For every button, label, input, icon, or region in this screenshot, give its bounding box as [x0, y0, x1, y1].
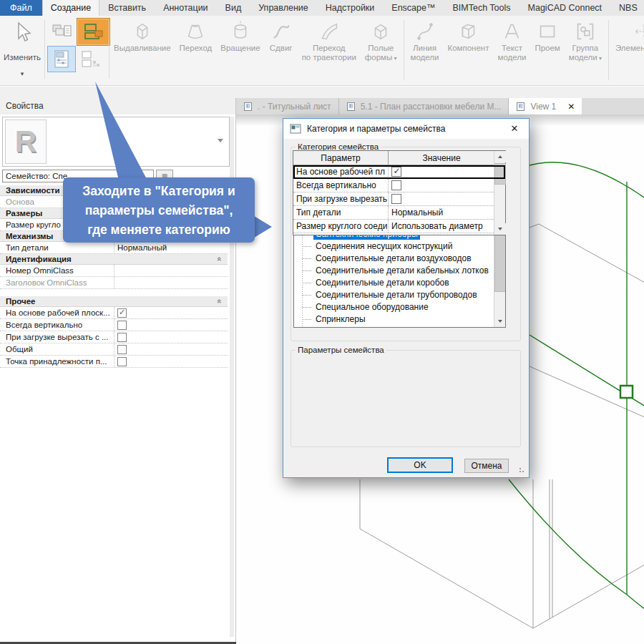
ribbon-tab[interactable]: Надстройки	[317, 0, 384, 16]
parameter-row[interactable]: Тип детали Нормальный	[293, 206, 505, 220]
ribbon-tab[interactable]: Создание	[42, 0, 99, 16]
checkbox[interactable]	[117, 321, 127, 330]
ribbon-tool-button[interactable]: Элемент управ	[611, 17, 644, 53]
ribbon-tab[interactable]: Enscape™	[383, 0, 444, 16]
property-row[interactable]: Заголовок OmniClass «	[0, 277, 228, 289]
ribbon-tab[interactable]: Управление	[250, 0, 317, 16]
category-item[interactable]: Спринклеры	[294, 313, 494, 326]
family-category-button[interactable]	[77, 18, 110, 46]
ribbon-tab[interactable]: MagiCAD Connect	[519, 0, 611, 16]
chevron-down-icon[interactable]: ▾	[0, 70, 44, 77]
resize-grip[interactable]	[519, 467, 526, 474]
collapse-chevron-icon[interactable]: «	[215, 299, 224, 303]
parameter-row[interactable]: На основе рабочей пл	[293, 165, 505, 179]
ribbon-tool-button[interactable]: Компонент	[443, 17, 493, 53]
property-row[interactable]: Номер OmniClass «	[0, 265, 228, 277]
ribbon-tab[interactable]: NBS	[610, 0, 644, 16]
ribbon-tool-button[interactable]: Вращение	[216, 17, 264, 53]
parameter-row[interactable]: Размер круглого соеди Использовать диаме…	[293, 220, 505, 233]
checkbox[interactable]	[391, 180, 401, 190]
ribbon-tool-button[interactable]: Группа модели	[565, 17, 606, 63]
view-tab[interactable]: 5.1 - План расстановки мебели М...	[339, 98, 509, 114]
tool-label-line1: Линия	[413, 44, 436, 53]
property-value[interactable]: Нормальный	[114, 243, 228, 252]
property-row[interactable]: На основе рабочей плоск... «	[0, 307, 228, 319]
family-types-button[interactable]	[47, 19, 76, 44]
category-item[interactable]: Соединительные детали кабельных лотков	[294, 265, 494, 277]
view-tab[interactable]: . - Титульный лист	[236, 98, 339, 114]
checkbox[interactable]	[117, 308, 127, 318]
ribbon-tool-button[interactable]	[404, 20, 404, 80]
tool-icon	[269, 19, 293, 44]
ribbon-tool-button[interactable]	[608, 20, 609, 80]
property-row[interactable]: Точка принадлежности п... «	[0, 356, 228, 368]
ribbon-tool-button[interactable]: Сдвиг	[265, 17, 298, 53]
view-tab[interactable]: View 1 ✕	[509, 98, 582, 114]
ribbon-tab[interactable]: BIMTech Tools	[444, 0, 519, 16]
ribbon-tool-button[interactable]: Проем	[530, 17, 564, 53]
family-category-icon	[83, 22, 104, 42]
scroll-down-arrow[interactable]	[494, 316, 506, 327]
dialog-close-button[interactable]: ✕	[500, 119, 529, 139]
property-row[interactable]: «	[0, 289, 228, 296]
shape-handle[interactable]	[620, 386, 633, 398]
ribbon-tab[interactable]: Вставить	[99, 0, 155, 16]
scroll-up-arrow[interactable]	[494, 151, 506, 162]
property-row[interactable]: Прочее «	[0, 296, 228, 307]
dialog-title-bar[interactable]: Категория и параметры семейства	[283, 119, 529, 139]
ribbon-tool-button[interactable]: Переход	[175, 17, 217, 53]
tree-dash	[302, 295, 311, 296]
property-row[interactable]: При загрузке вырезать с ... «	[0, 331, 228, 343]
tool-icon	[228, 19, 253, 44]
parameters-groupbox: Параметры семейства	[291, 346, 521, 447]
tool-label-line2: формы	[365, 53, 397, 63]
category-label: Соединительные детали коробов	[313, 278, 452, 288]
parameter-value[interactable]	[389, 165, 494, 178]
ribbon-tool-button[interactable]: Переход по траектории	[298, 17, 361, 62]
chevron-down-icon[interactable]	[218, 139, 223, 142]
parameter-row[interactable]: При загрузке вырезать	[293, 192, 505, 206]
parameter-row[interactable]: Всегда вертикально	[293, 179, 505, 192]
ribbon-tool-button[interactable]: Выдавливание	[109, 17, 175, 53]
ribbon-tool-button[interactable]: Полые формы	[361, 17, 401, 63]
family-parameters-table: Параметр Значение На основе рабочей пл В…	[293, 150, 506, 235]
parameter-value[interactable]	[389, 192, 494, 205]
ribbon-tab-label: Надстройки	[326, 3, 375, 13]
ribbon-tab[interactable]: Вид	[217, 0, 250, 16]
ribbon-tab[interactable]: Файл	[0, 0, 42, 16]
checkbox[interactable]	[117, 345, 127, 354]
checkbox[interactable]	[117, 333, 127, 342]
property-row[interactable]: Всегда вертикально «	[0, 319, 228, 331]
property-label: Номер OmniClass	[0, 265, 114, 276]
column-header-value: Значение	[389, 151, 494, 165]
property-row[interactable]: Тип детали Нормальный «	[0, 242, 228, 254]
property-row[interactable]: Идентификация «	[0, 254, 228, 265]
parameter-value[interactable]	[389, 179, 494, 192]
parameter-value[interactable]: Использовать диаметр	[389, 220, 494, 233]
collapse-chevron-icon[interactable]: «	[215, 257, 224, 261]
category-item[interactable]: Телефонные устройства	[294, 326, 494, 327]
category-item[interactable]: Соединения несущих конструкций	[294, 240, 494, 253]
checkbox[interactable]	[391, 167, 401, 177]
family-connectors-button[interactable]	[78, 47, 104, 71]
type-selector[interactable]: R	[2, 117, 230, 167]
family-properties-button[interactable]	[47, 46, 76, 72]
ribbon-tool-button[interactable]: Линия модели	[406, 17, 444, 62]
cancel-button[interactable]: Отмена	[464, 459, 509, 473]
property-row[interactable]: Общий «	[0, 343, 228, 356]
table-scrollbar[interactable]	[494, 151, 505, 235]
category-item[interactable]: Специальное оборудование	[294, 301, 494, 313]
ribbon-tab-label: Файл	[10, 3, 32, 13]
ribbon-tool-button[interactable]: Текст модели	[493, 17, 530, 62]
close-icon[interactable]: ✕	[567, 102, 575, 112]
modify-button[interactable]: Изменить ▾	[0, 19, 44, 83]
scroll-down-arrow[interactable]	[494, 223, 506, 235]
parameter-value[interactable]: Нормальный	[389, 206, 494, 219]
category-item[interactable]: Соединительные детали воздуховодов	[294, 253, 494, 265]
category-item[interactable]: Соединительные детали трубопроводов	[294, 289, 494, 301]
ok-button[interactable]: OK	[387, 457, 453, 473]
category-item[interactable]: Соединительные детали коробов	[294, 277, 494, 289]
ribbon-tab[interactable]: Аннотации	[155, 0, 216, 16]
checkbox[interactable]	[391, 194, 401, 204]
checkbox[interactable]	[117, 357, 127, 366]
